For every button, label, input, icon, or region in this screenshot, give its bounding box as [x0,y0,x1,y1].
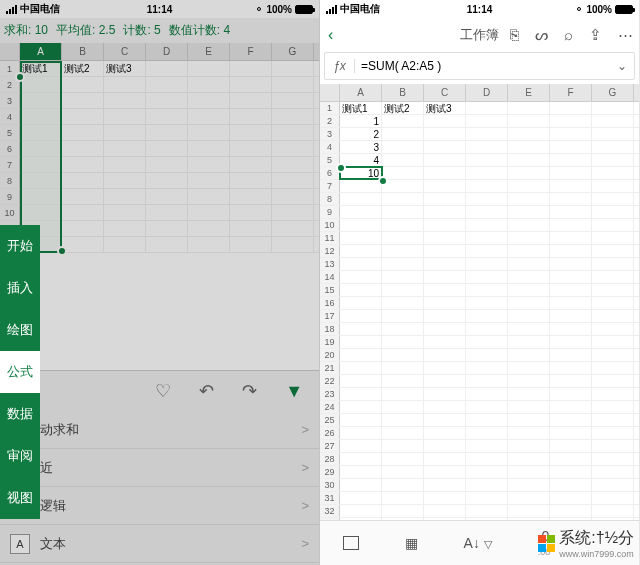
watermark: 系统:†½分 www.win7999.com [538,528,634,559]
share-icon[interactable]: ⇪ [589,26,602,44]
fx-icon[interactable]: ƒx [325,59,355,73]
fn-item-1[interactable]: ★近> [0,449,319,487]
ribbon-tab-5[interactable]: 审阅 [0,435,40,477]
back-icon[interactable]: ‹ [328,26,333,44]
function-panel: ♡ ↶ ↷ ▼ fx动求和>★近>?逻辑>A文本> [0,370,319,565]
margin-icon[interactable]: ⎘ [510,26,519,44]
formula-value[interactable]: =SUM( A2:A5 ) [355,59,610,73]
spreadsheet-grid[interactable]: 1测试1测试2测试3213243546107891011121314151617… [320,102,639,532]
battery-pct: 100% [266,4,292,15]
column-header[interactable]: A B C D E F G [0,43,319,61]
title-bar: ‹ 工作簿 ⎘ ᔕ ⌕ ⇪ ⋯ [320,18,639,52]
fn-item-0[interactable]: fx动求和> [0,411,319,449]
formula-expand-icon[interactable]: ⌄ [610,59,634,73]
clock: 11:14 [147,4,173,15]
ribbon-tab-1[interactable]: 插入 [0,267,40,309]
microsoft-logo-icon [538,535,555,552]
draw-icon[interactable]: ᔕ [535,26,548,44]
ribbon-tab-3[interactable]: 公式 [0,351,40,393]
ribbon-tab-2[interactable]: 绘图 [0,309,40,351]
search-icon[interactable]: ⌕ [564,26,573,44]
fn-item-3[interactable]: A文本> [0,525,319,563]
formula-bar[interactable]: ƒx =SUM( A2:A5 ) ⌄ [324,52,635,80]
sort-filter-icon[interactable]: A↓ ▽ [464,535,492,551]
selection-summary: 求和: 10 平均值: 2.5 计数: 5 数值计数: 4 [0,18,319,43]
more-icon[interactable]: ⋯ [618,26,633,44]
redo-icon[interactable]: ↷ [242,380,257,402]
fn-item-2[interactable]: ?逻辑> [0,487,319,525]
undo-icon[interactable]: ↶ [199,380,214,402]
column-header[interactable]: A B C D E F G [320,84,639,102]
ribbon-tab-0[interactable]: 开始 [0,225,40,267]
sheet-view-icon[interactable] [343,536,359,550]
workbook-title: 工作簿 [460,26,499,44]
collapse-icon[interactable]: ▼ [285,381,303,402]
highlight-icon[interactable]: ▦ [405,535,418,551]
lightbulb-icon[interactable]: ♡ [155,380,171,402]
carrier-label: 中国电信 [20,2,60,16]
ribbon-tab-4[interactable]: 数据 [0,393,40,435]
spreadsheet-grid[interactable]: 1测试1测试2测试323456789101112 [0,61,319,253]
status-bar: 中国电信 11:14 100% [320,0,639,18]
status-bar: 中国电信 11:14 100% [0,0,319,18]
ribbon-tab-6[interactable]: 视图 [0,477,40,519]
ribbon-tabs[interactable]: 开始插入绘图公式数据审阅视图 [0,225,40,519]
